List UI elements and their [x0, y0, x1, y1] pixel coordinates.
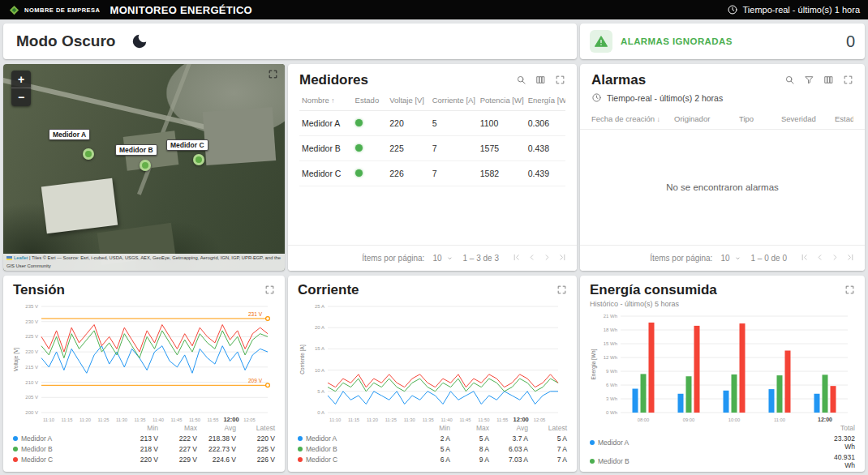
fullscreen-icon[interactable] — [844, 285, 855, 295]
series-dot — [13, 447, 18, 451]
table-row[interactable]: Medidor A220511000.306 — [299, 111, 565, 136]
meter-value: 220 — [387, 111, 429, 136]
legend-row[interactable]: Medidor A23.302 Wh — [590, 433, 855, 451]
filter-icon[interactable] — [804, 75, 814, 85]
column-header[interactable]: Potencia [W] — [478, 90, 526, 111]
legend-value: 2 A — [411, 433, 450, 443]
series-dot — [298, 436, 303, 441]
status-dot — [355, 169, 363, 177]
page-size-select[interactable]: 10 — [432, 254, 453, 263]
svg-text:11:25: 11:25 — [97, 417, 109, 422]
columns-icon[interactable] — [535, 75, 546, 85]
svg-text:15 A: 15 A — [315, 346, 324, 351]
legend-value: 229 V — [158, 454, 197, 464]
legend-value: 6 A — [411, 454, 450, 464]
map-marker-pin[interactable] — [193, 154, 204, 165]
legend-header: Max — [158, 423, 197, 433]
alarms-timewindow-label: Tiempo-real - último(s) 2 horas — [607, 93, 723, 103]
map-fullscreen-icon[interactable] — [268, 69, 278, 79]
legend-row[interactable]: Medidor C6 A9 A7.03 A7 A — [298, 454, 567, 464]
column-header[interactable]: Energía [Wh] — [526, 90, 565, 111]
map-attribution-text: | Tiles © Esri — Source: Esri, i-cubed, … — [6, 255, 281, 267]
series-dot — [298, 457, 303, 462]
svg-text:11:00: 11:00 — [773, 417, 784, 422]
map[interactable]: + − Medidor A Medidor B Medidor C Leafle… — [3, 64, 285, 271]
bar — [768, 389, 774, 413]
legend-value: 224.6 V — [197, 454, 236, 464]
legend-value: 3.7 A — [489, 433, 528, 443]
legend-row[interactable]: Medidor B218 V227 V222.73 V225 V — [13, 443, 275, 454]
fullscreen-icon[interactable] — [264, 285, 275, 295]
bar — [685, 376, 691, 413]
column-header[interactable]: Estado — [353, 90, 388, 111]
column-header[interactable]: Tipo — [739, 114, 781, 123]
meter-value: 0.438 — [526, 136, 565, 161]
series-name: Medidor C — [21, 456, 53, 464]
next-page-icon[interactable] — [827, 250, 843, 266]
next-page-icon[interactable] — [539, 250, 555, 266]
legend-row[interactable]: Medidor C77.193 Wh — [590, 470, 855, 472]
column-header[interactable]: Estado — [835, 114, 853, 123]
svg-text:Energía [Wh]: Energía [Wh] — [591, 349, 597, 379]
tension-card: Tensión Voltaje [V]200 V205 V210 V215 V2… — [3, 276, 285, 472]
first-page-icon[interactable] — [509, 250, 524, 266]
company-logo[interactable]: NOMBRE DE EMPRESA — [8, 4, 101, 16]
legend-value: 225 V — [236, 443, 275, 454]
dark-mode-toggle[interactable] — [128, 30, 151, 53]
svg-text:11:20: 11:20 — [79, 417, 91, 422]
column-header[interactable]: Originador — [674, 114, 739, 123]
leaflet-link[interactable]: Leaflet — [14, 255, 28, 260]
timewindow-control[interactable]: Tiempo-real - último(s) 1 hora — [727, 4, 860, 15]
page-range-label: 1 – 3 de 3 — [463, 254, 499, 263]
ignored-alarms-card[interactable]: ALARMAS IGNORADAS 0 — [580, 24, 865, 59]
search-icon[interactable] — [516, 75, 526, 85]
svg-text:12:00: 12:00 — [223, 416, 238, 423]
timewindow-label: Tiempo-real - último(s) 1 hora — [743, 5, 860, 15]
table-row[interactable]: Medidor C226715820.439 — [299, 161, 565, 186]
prev-page-icon[interactable] — [524, 250, 539, 266]
zoom-in-button[interactable]: + — [11, 71, 31, 88]
last-page-icon[interactable] — [843, 250, 858, 266]
medidores-paginator: Ítems por página: 10 1 – 3 de 3 — [288, 245, 577, 271]
meter-value: 1582 — [478, 161, 526, 186]
legend-row[interactable]: Medidor C220 V229 V224.6 V226 V — [13, 454, 275, 464]
bar — [632, 389, 638, 413]
map-marker-tooltip[interactable]: Medidor A — [49, 129, 90, 140]
legend-row[interactable]: Medidor B5 A8 A6.03 A7 A — [298, 443, 567, 454]
legend-value: 6.03 A — [489, 443, 528, 454]
page-range-label: 1 – 0 de 0 — [751, 254, 787, 263]
alarms-empty-message: No se encontraron alarmas — [580, 182, 865, 192]
column-header[interactable]: Severidad — [781, 114, 835, 123]
legend-row[interactable]: Medidor B40.931 Wh — [590, 451, 855, 470]
columns-icon[interactable] — [823, 75, 834, 85]
svg-text:230 V: 230 V — [25, 319, 38, 324]
svg-text:11:30: 11:30 — [116, 417, 127, 422]
fullscreen-icon[interactable] — [843, 75, 853, 85]
first-page-icon[interactable] — [797, 250, 812, 266]
fullscreen-icon[interactable] — [556, 285, 567, 295]
search-icon[interactable] — [784, 75, 795, 85]
clock-icon — [591, 92, 602, 103]
map-marker-tooltip[interactable]: Medidor C — [166, 139, 208, 151]
alarms-timewindow[interactable]: Tiempo-real - último(s) 2 horas — [580, 90, 865, 109]
last-page-icon[interactable] — [555, 250, 570, 266]
map-marker-pin[interactable] — [83, 148, 94, 160]
map-marker-tooltip[interactable]: Medidor B — [115, 144, 157, 156]
column-header[interactable]: Fecha de creación ↓ — [591, 114, 674, 123]
fullscreen-icon[interactable] — [555, 75, 565, 85]
legend-value: 8 A — [450, 443, 489, 454]
map-marker-pin[interactable] — [140, 160, 151, 171]
zoom-out-button[interactable]: − — [11, 88, 31, 106]
column-header[interactable]: Nombre ↑ — [299, 90, 353, 111]
prev-page-icon[interactable] — [812, 250, 827, 266]
svg-text:11:20: 11:20 — [367, 417, 378, 422]
legend-row[interactable]: Medidor A213 V222 V218.38 V220 V — [13, 433, 275, 443]
series-name: Medidor A — [598, 439, 629, 447]
legend-row[interactable]: Medidor A2 A5 A3.7 A5 A — [298, 433, 567, 443]
svg-text:231 V: 231 V — [248, 311, 263, 317]
column-header[interactable]: Voltaje [V] — [387, 90, 429, 111]
legend-header: Min — [119, 423, 158, 433]
page-size-select[interactable]: 10 — [720, 254, 741, 263]
table-row[interactable]: Medidor B225715750.438 — [299, 136, 565, 161]
column-header[interactable]: Corriente [A] — [430, 90, 478, 111]
